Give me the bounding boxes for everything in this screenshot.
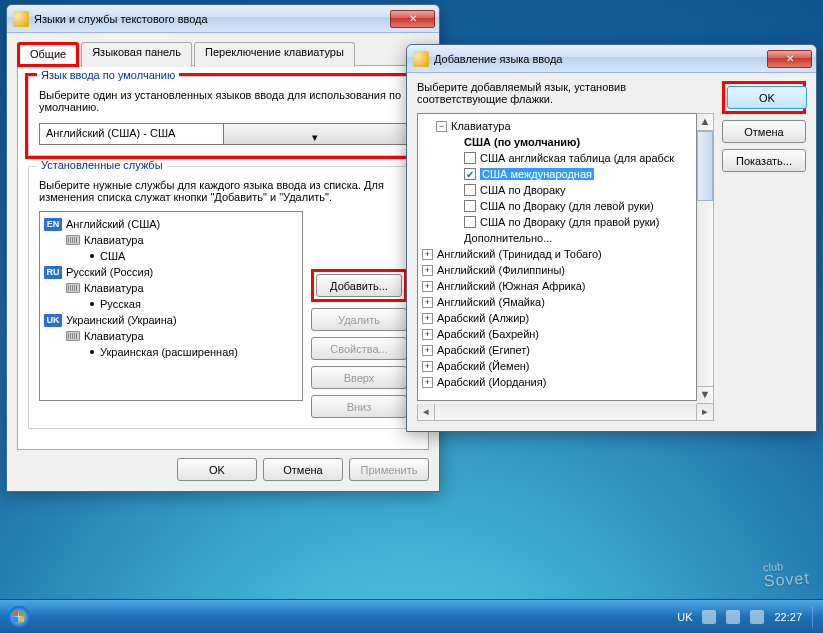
tabstrip: Общие Языковая панель Переключение клави… bbox=[17, 41, 429, 66]
default-language-text: Выберите один из установленных языков вв… bbox=[39, 89, 407, 113]
cancel-button[interactable]: Отмена bbox=[263, 458, 343, 481]
checkbox[interactable]: ✔ bbox=[464, 168, 476, 180]
expand-icon[interactable]: + bbox=[422, 249, 433, 260]
watermark: club Sovet bbox=[762, 543, 811, 590]
svg-rect-2 bbox=[19, 611, 24, 616]
scroll-right-icon[interactable]: ▸ bbox=[696, 404, 713, 420]
tree-kb-item[interactable]: США по Двораку (для правой руки) bbox=[422, 214, 692, 230]
tree-layout[interactable]: США bbox=[44, 248, 298, 264]
tree-lang-ru[interactable]: RUРусский (Россия) bbox=[44, 264, 298, 280]
tree-layout[interactable]: Русская bbox=[44, 296, 298, 312]
expand-icon[interactable]: + bbox=[422, 345, 433, 356]
tree-kb-root[interactable]: −Клавиатура bbox=[422, 118, 692, 134]
expand-icon[interactable]: + bbox=[422, 265, 433, 276]
app-icon bbox=[413, 51, 429, 67]
preview-button[interactable]: Показать... bbox=[722, 149, 806, 172]
start-button[interactable] bbox=[6, 604, 46, 630]
tree-lang-item[interactable]: +Английский (Южная Африка) bbox=[422, 278, 692, 294]
tree-lang-item[interactable]: +Арабский (Йемен) bbox=[422, 358, 692, 374]
tree-kb-item[interactable]: США английская таблица (для арабск bbox=[422, 150, 692, 166]
tree-kb-more[interactable]: Дополнительно... bbox=[422, 230, 692, 246]
add-button[interactable]: Добавить... bbox=[316, 274, 402, 297]
show-desktop[interactable] bbox=[812, 606, 813, 628]
tab-general[interactable]: Общие bbox=[17, 42, 79, 67]
tray-flag-icon[interactable] bbox=[702, 610, 716, 624]
checkbox[interactable] bbox=[464, 152, 476, 164]
ok-button[interactable]: OK bbox=[727, 86, 807, 109]
window-title: Языки и службы текстового ввода bbox=[34, 13, 390, 25]
properties-button[interactable]: Свойства... bbox=[311, 337, 407, 360]
tree-kb-node[interactable]: Клавиатура bbox=[44, 232, 298, 248]
expand-icon[interactable]: + bbox=[422, 361, 433, 372]
svg-rect-3 bbox=[13, 617, 18, 622]
scroll-down-icon[interactable]: ▼ bbox=[697, 386, 713, 403]
horizontal-scrollbar[interactable]: ◂ ▸ bbox=[417, 404, 714, 421]
keyboard-icon bbox=[66, 331, 80, 341]
text-services-dialog: Языки и службы текстового ввода ✕ Общие … bbox=[6, 4, 440, 492]
group-legend: Язык ввода по умолчанию bbox=[37, 69, 179, 81]
scroll-left-icon[interactable]: ◂ bbox=[418, 404, 435, 420]
tray-volume-icon[interactable] bbox=[750, 610, 764, 624]
chevron-down-icon[interactable]: ▾ bbox=[223, 124, 407, 144]
apply-button[interactable]: Применить bbox=[349, 458, 429, 481]
group-legend: Установленные службы bbox=[37, 159, 167, 171]
default-language-group: Язык ввода по умолчанию Выберите один из… bbox=[28, 76, 418, 156]
scroll-up-icon[interactable]: ▲ bbox=[697, 114, 713, 131]
tree-lang-item[interactable]: +Арабский (Египет) bbox=[422, 342, 692, 358]
add-instruction: Выберите добавляемый язык, установив соо… bbox=[417, 81, 714, 105]
ok-button[interactable]: OK bbox=[177, 458, 257, 481]
installed-services-group: Установленные службы Выберите нужные слу… bbox=[28, 166, 418, 429]
installed-services-text: Выберите нужные службы для каждого языка… bbox=[39, 179, 407, 203]
vertical-scrollbar[interactable]: ▲ ▼ bbox=[697, 113, 714, 404]
svg-rect-1 bbox=[13, 611, 18, 616]
tree-lang-item[interactable]: +Английский (Филиппины) bbox=[422, 262, 692, 278]
tray-language[interactable]: UK bbox=[677, 611, 692, 623]
default-language-combo[interactable]: Английский (США) - США ▾ bbox=[39, 123, 407, 145]
combo-value: Английский (США) - США bbox=[40, 124, 223, 144]
titlebar[interactable]: Добавление языка ввода ✕ bbox=[407, 45, 816, 73]
remove-button[interactable]: Удалить bbox=[311, 308, 407, 331]
expand-icon[interactable]: + bbox=[422, 377, 433, 388]
move-up-button[interactable]: Вверх bbox=[311, 366, 407, 389]
tree-lang-item[interactable]: +Английский (Тринидад и Тобаго) bbox=[422, 246, 692, 262]
tree-kb-item[interactable]: США по Двораку bbox=[422, 182, 692, 198]
window-title: Добавление языка ввода bbox=[434, 53, 767, 65]
tree-lang-en[interactable]: ENАнглийский (США) bbox=[44, 216, 298, 232]
tree-lang-item[interactable]: +Арабский (Бахрейн) bbox=[422, 326, 692, 342]
tree-lang-uk[interactable]: UKУкраинский (Украина) bbox=[44, 312, 298, 328]
titlebar[interactable]: Языки и службы текстового ввода ✕ bbox=[7, 5, 439, 33]
scroll-thumb[interactable] bbox=[697, 131, 713, 201]
tree-kb-node[interactable]: Клавиатура bbox=[44, 280, 298, 296]
app-icon bbox=[13, 11, 29, 27]
language-tree[interactable]: −Клавиатура США (по умолчанию) США англи… bbox=[417, 113, 697, 401]
tray-network-icon[interactable] bbox=[726, 610, 740, 624]
svg-rect-4 bbox=[19, 617, 24, 622]
tree-lang-item[interactable]: +Английский (Ямайка) bbox=[422, 294, 692, 310]
collapse-icon[interactable]: − bbox=[436, 121, 447, 132]
tree-kb-item[interactable]: ✔США международная bbox=[422, 166, 692, 182]
checkbox[interactable] bbox=[464, 184, 476, 196]
tree-layout[interactable]: Украинская (расширенная) bbox=[44, 344, 298, 360]
tree-lang-item[interactable]: +Арабский (Алжир) bbox=[422, 310, 692, 326]
add-language-dialog: Добавление языка ввода ✕ Выберите добавл… bbox=[406, 44, 817, 432]
tab-switching[interactable]: Переключение клавиатуры bbox=[194, 42, 355, 67]
cancel-button[interactable]: Отмена bbox=[722, 120, 806, 143]
tab-language-bar[interactable]: Языковая панель bbox=[81, 42, 192, 67]
checkbox[interactable] bbox=[464, 200, 476, 212]
tree-kb-item[interactable]: США по Двораку (для левой руки) bbox=[422, 198, 692, 214]
expand-icon[interactable]: + bbox=[422, 313, 433, 324]
move-down-button[interactable]: Вниз bbox=[311, 395, 407, 418]
expand-icon[interactable]: + bbox=[422, 297, 433, 308]
tray-clock[interactable]: 22:27 bbox=[774, 611, 802, 623]
checkbox[interactable] bbox=[464, 216, 476, 228]
installed-languages-tree[interactable]: ENАнглийский (США) Клавиатура США RUРусс… bbox=[39, 211, 303, 401]
keyboard-icon bbox=[66, 235, 80, 245]
close-icon[interactable]: ✕ bbox=[767, 50, 812, 68]
expand-icon[interactable]: + bbox=[422, 329, 433, 340]
tree-kb-default[interactable]: США (по умолчанию) bbox=[422, 134, 692, 150]
taskbar[interactable]: UK 22:27 bbox=[0, 599, 823, 633]
close-icon[interactable]: ✕ bbox=[390, 10, 435, 28]
tree-kb-node[interactable]: Клавиатура bbox=[44, 328, 298, 344]
expand-icon[interactable]: + bbox=[422, 281, 433, 292]
tree-lang-item[interactable]: +Арабский (Иордания) bbox=[422, 374, 692, 390]
